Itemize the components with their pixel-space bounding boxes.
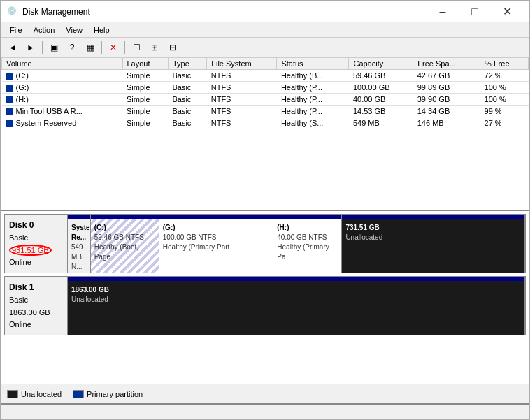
menu-help[interactable]: Help (88, 24, 115, 36)
close-button[interactable]: ✕ (491, 1, 523, 22)
table-header-row: Volume Layout Type File System Status Ca… (2, 58, 529, 70)
toolbar-delete[interactable]: ✕ (105, 40, 122, 55)
status-bar (1, 403, 529, 419)
toolbar-settings[interactable]: ⊞ (146, 40, 163, 55)
disk-partitions-1: 1863.00 GBUnallocated (68, 277, 525, 335)
title-bar: 💿 Disk Management – □ ✕ (1, 1, 529, 22)
col-capacity: Capacity (349, 58, 413, 70)
table-row[interactable]: (G:)SimpleBasicNTFSHealthy (P...100.00 G… (2, 82, 529, 94)
col-volume: Volume (2, 58, 123, 70)
col-freespace: Free Spa... (413, 58, 480, 70)
disk-row-1: Disk 1Basic1863.00 GBOnline1863.00 GBUna… (4, 276, 526, 335)
col-layout: Layout (122, 58, 168, 70)
minimize-button[interactable]: – (427, 1, 459, 22)
volume-icon (6, 120, 13, 127)
legend-unallocated-box (7, 390, 18, 398)
legend-primary-box (73, 390, 84, 398)
legend-unallocated: Unallocated (7, 390, 62, 398)
col-filesystem: File System (207, 58, 277, 70)
legend-unallocated-label: Unallocated (21, 390, 62, 398)
volumes-table: Volume Layout Type File System Status Ca… (1, 57, 529, 129)
volume-icon (6, 96, 13, 103)
toolbar-props[interactable]: ▦ (82, 40, 99, 55)
toolbar-sep3 (124, 41, 125, 54)
menu-bar: File Action View Help (1, 22, 529, 38)
toolbar-back[interactable]: ◄ (4, 40, 21, 55)
partition-0-0[interactable]: System Re...549 MB N...Healthy (S (68, 215, 91, 273)
disk-partitions-0: System Re...549 MB N...Healthy (S(C:)59.… (68, 215, 525, 273)
toolbar-sep2 (101, 41, 102, 54)
volume-icon (6, 73, 13, 80)
partition-0-2[interactable]: (G:)100.00 GB NTFSHealthy (Primary Part (159, 215, 274, 273)
disk-label-0: Disk 0Basic931.51 GBOnline (5, 215, 68, 273)
toolbar-forward[interactable]: ► (22, 40, 39, 55)
partition-0-1[interactable]: (C:)59.46 GB NTFSHealthy (Boot, Page (91, 215, 159, 273)
toolbar-options[interactable]: ⊟ (164, 40, 181, 55)
app-icon: 💿 (7, 6, 18, 17)
legend: Unallocated Primary partition (1, 384, 529, 403)
table-row[interactable]: (C:)SimpleBasicNTFSHealthy (B...59.46 GB… (2, 70, 529, 82)
disk-graphic-area: Disk 0Basic931.51 GBOnlineSystem Re...54… (1, 211, 529, 384)
toolbar-sep1 (42, 41, 43, 54)
table-row[interactable]: System ReservedSimpleBasicNTFSHealthy (S… (2, 117, 529, 129)
table-area: Volume Layout Type File System Status Ca… (1, 57, 529, 211)
partition-1-0[interactable]: 1863.00 GBUnallocated (68, 277, 525, 335)
volume-icon (6, 108, 13, 115)
menu-view[interactable]: View (60, 24, 88, 36)
disk-row-0: Disk 0Basic931.51 GBOnlineSystem Re...54… (4, 214, 526, 273)
main-window: 💿 Disk Management – □ ✕ File Action View… (0, 0, 530, 420)
partition-0-4[interactable]: 731.51 GBUnallocated (342, 215, 525, 273)
legend-primary-label: Primary partition (87, 390, 143, 398)
toolbar: ◄ ► ▣ ? ▦ ✕ ☐ ⊞ ⊟ (1, 38, 529, 57)
legend-primary: Primary partition (73, 390, 143, 398)
toolbar-help[interactable]: ? (64, 40, 80, 55)
table-row[interactable]: MiniTool USB A R...SimpleBasicNTFSHealth… (2, 106, 529, 117)
maximize-button[interactable]: □ (459, 1, 491, 22)
window-title: Disk Management (22, 7, 427, 17)
disk-label-1: Disk 1Basic1863.00 GBOnline (5, 277, 68, 335)
window-controls: – □ ✕ (427, 1, 523, 22)
volume-icon (6, 85, 13, 92)
partition-0-3[interactable]: (H:)40.00 GB NTFSHealthy (Primary Pa (273, 215, 342, 273)
menu-file[interactable]: File (4, 24, 28, 36)
table-row[interactable]: (H:)SimpleBasicNTFSHealthy (P...40.00 GB… (2, 94, 529, 106)
col-status: Status (277, 58, 349, 70)
col-type: Type (168, 58, 206, 70)
menu-action[interactable]: Action (28, 24, 61, 36)
toolbar-new[interactable]: ☐ (128, 40, 145, 55)
toolbar-disk-mgmt[interactable]: ▣ (45, 40, 62, 55)
col-freepct: % Free (480, 58, 529, 70)
